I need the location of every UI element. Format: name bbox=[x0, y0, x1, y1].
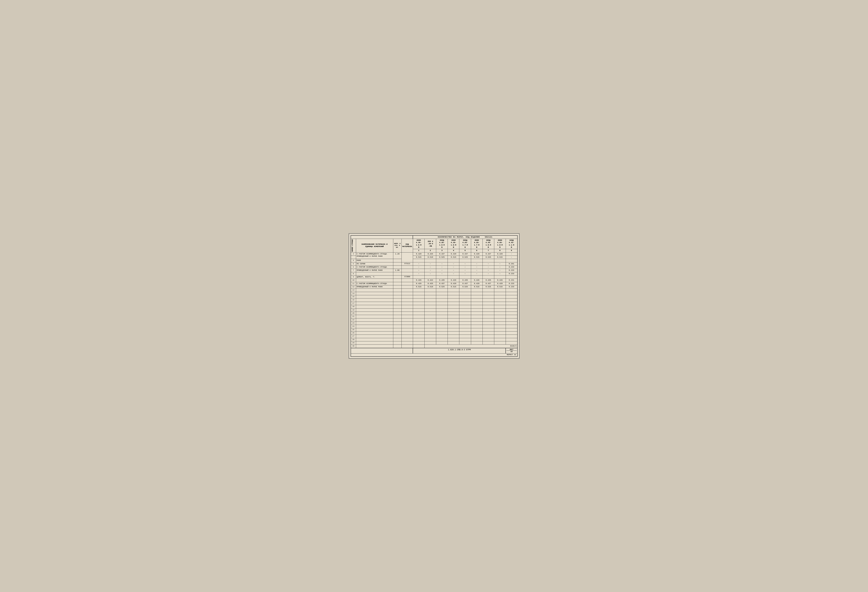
col-header-4: 2КНД 4.28- 1.7-П В bbox=[459, 239, 471, 249]
row-12-v6: 0.525 bbox=[483, 285, 494, 289]
row-4-v5 bbox=[471, 259, 483, 262]
row-8-v2: – bbox=[436, 272, 448, 275]
row-9-kod: 573000 bbox=[402, 276, 413, 279]
row-7-name: ПРИВЕДЕННЫЙ К МАРКЕ М400 bbox=[356, 269, 393, 272]
col-header-5: 2КНО 4.28- 1.7-П В bbox=[471, 239, 483, 249]
row-4-v1 bbox=[425, 259, 436, 262]
row-10-kod bbox=[402, 279, 413, 282]
row-6-v2: – bbox=[436, 266, 448, 269]
row-4-v8 bbox=[506, 259, 517, 262]
col-num-4: 5 bbox=[459, 249, 471, 252]
row-3b-v3: 0.515 bbox=[448, 256, 459, 259]
row-5-kod: 573112 bbox=[402, 262, 413, 266]
row-8-v7: – bbox=[494, 272, 506, 275]
row-8-v3: – bbox=[448, 272, 459, 275]
row-5-v0: – bbox=[413, 262, 424, 266]
row-6-v3: – bbox=[448, 266, 459, 269]
row-3-v0: 0.429 bbox=[413, 252, 424, 255]
col-header-2: 2КНД 4.28- 1.6-П Б bbox=[436, 239, 448, 249]
doc-code: 1.020.1-3ПВ.0-3 07РМ bbox=[413, 348, 506, 354]
empty-header bbox=[351, 235, 413, 239]
row-11-norma bbox=[393, 282, 402, 285]
row-3-v5: 0.429 bbox=[471, 252, 483, 255]
header-title-row: КОЛЛИЧЕСТВО НА МАРКУ, КОД ИЗДЕЛИЯ 582121 bbox=[351, 235, 517, 239]
row-10-v3: 0.426 bbox=[448, 279, 459, 282]
row-8-v4: – bbox=[459, 272, 471, 275]
row-12-num: 12 bbox=[351, 285, 356, 289]
table-row: 13 bbox=[351, 289, 517, 292]
table-row: 29 bbox=[351, 341, 517, 344]
table-row: 20 bbox=[351, 312, 517, 315]
row-3-name: С УЧЕТОМ КОЭФФИЦИЕНТА ОТХОДА ПРИВЕДЕННЫЙ… bbox=[356, 252, 393, 259]
row-8-v8: 0.233 bbox=[506, 272, 517, 275]
row-3b-v7: 0.515 bbox=[494, 256, 506, 259]
row-4-name: М400 bbox=[356, 259, 393, 262]
norma-header: НОРМ. К ОТЛ. К КЛ. bbox=[393, 239, 402, 252]
row-8-v6: – bbox=[483, 272, 494, 275]
name-header: НАИМЕНОВАНИЕ МАТЕРИАЛА И ЕДИНИЦА ИЗМЕРЕН… bbox=[356, 239, 393, 252]
row-12-v7: 0.515 bbox=[494, 285, 506, 289]
row-10-norma bbox=[393, 279, 402, 282]
row-9-v7 bbox=[494, 276, 506, 279]
row-11-v7: 0.429 bbox=[494, 282, 506, 285]
row-3-norma: 1.20 bbox=[393, 252, 402, 259]
col-header-3: 2КНО 4.28- 1.6-П В bbox=[448, 239, 459, 249]
row-3b-v8: – bbox=[506, 256, 517, 259]
row-7-v7: – bbox=[494, 269, 506, 272]
table-row: 16 bbox=[351, 298, 517, 302]
row-6-kod bbox=[402, 266, 413, 269]
row-5-v7: – bbox=[494, 262, 506, 266]
row-10-v1: 0.422 bbox=[425, 279, 436, 282]
row-10-v2: 0.435 bbox=[436, 279, 448, 282]
row-9-v6 bbox=[483, 276, 494, 279]
table-row: 24 bbox=[351, 325, 517, 328]
table-row: 3 С УЧЕТОМ КОЭФФИЦИЕНТА ОТХОДА ПРИВЕДЕНН… bbox=[351, 252, 517, 255]
row-6-v0: – bbox=[413, 266, 424, 269]
row-12-v0: 0.515 bbox=[413, 285, 424, 289]
row-7-v0: – bbox=[413, 269, 424, 272]
row-7-norma: 1.00 bbox=[393, 269, 402, 272]
row-7-v4: – bbox=[459, 269, 471, 272]
row-10-v6: 0.435 bbox=[483, 279, 494, 282]
table-row: 5 ПО СЕРИИ 573112 – – – – – – – – 0.291 bbox=[351, 262, 517, 266]
footer-left bbox=[351, 348, 413, 354]
col-header-8: 1КНД 4.33- 1.1-П В bbox=[506, 239, 517, 249]
row-12-norma bbox=[393, 285, 402, 289]
row-7-num: 7 bbox=[351, 269, 356, 272]
row-11-v1: 0.425 bbox=[425, 282, 436, 285]
col-num-7: 8 bbox=[494, 249, 506, 252]
row-7-kod bbox=[402, 269, 413, 272]
kod-header: КОД МАТЕРИАЛА bbox=[402, 239, 413, 252]
col-num-8: 9 bbox=[506, 249, 517, 252]
row-4-v0 bbox=[413, 259, 424, 262]
table-row: 4 М400 bbox=[351, 259, 517, 262]
row-5-v8: 0.291 bbox=[506, 262, 517, 266]
row-3b-v2: 0.525 bbox=[436, 256, 448, 259]
row-5-v3: – bbox=[448, 262, 459, 266]
row-4-v6 bbox=[483, 259, 494, 262]
table-row: 22 bbox=[351, 318, 517, 322]
table-row: 9 ЦЕМЕНТ, ВСЕГО, Т: 573000 bbox=[351, 276, 517, 279]
row-3b-v4: 0.525 bbox=[459, 256, 471, 259]
row-11-v0: 0.429 bbox=[413, 282, 424, 285]
table-row: 26 bbox=[351, 331, 517, 335]
row-3b-v6: 0.525 bbox=[483, 256, 494, 259]
row-11-v6: 0.437 bbox=[483, 282, 494, 285]
table-row: 10 0.426 0.422 0.435 0.426 0.435 0.426 0… bbox=[351, 279, 517, 282]
row-7-v2: – bbox=[436, 269, 448, 272]
row-9-v1 bbox=[425, 276, 436, 279]
row-9-v5 bbox=[471, 276, 483, 279]
col-num-5: 6 bbox=[471, 249, 483, 252]
table-row: 23 bbox=[351, 322, 517, 325]
row-8-num: 8 bbox=[351, 272, 356, 275]
row-3b-v0: 0.515 bbox=[413, 256, 424, 259]
col-num-3: 4 bbox=[448, 249, 459, 252]
row-9-v4 bbox=[459, 276, 471, 279]
row-11-v3: 0.429 bbox=[448, 282, 459, 285]
footer-row: 1.020.1-3ПВ.0-3 07РМ ЛИСТ 12 bbox=[351, 348, 517, 354]
row-9-norma bbox=[393, 276, 402, 279]
row-3-num: 3 bbox=[351, 252, 356, 255]
row-12-v5: 0.515 bbox=[471, 285, 483, 289]
row-12-v2: 0.525 bbox=[436, 285, 448, 289]
row-4-num: 4 bbox=[351, 259, 356, 262]
